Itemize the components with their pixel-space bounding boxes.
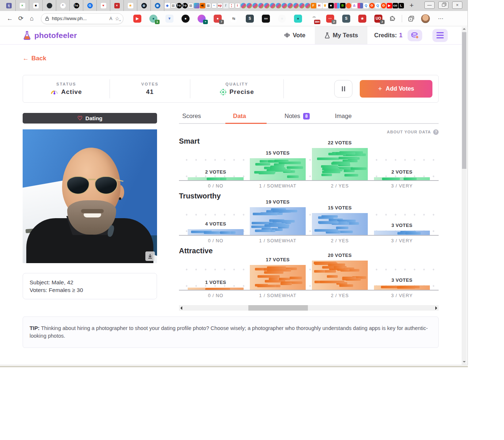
favorite-star-icon[interactable]: ☆+ (115, 16, 119, 22)
browser-tab-black-lo[interactable]: ŀo (70, 0, 83, 11)
browser-tab-b-terminal[interactable]: B (340, 0, 345, 11)
browser-tab-github[interactable] (43, 0, 56, 11)
restore-button[interactable] (438, 1, 448, 9)
tab-scores[interactable]: Scores (182, 113, 201, 120)
browser-tab-parrot-12[interactable] (305, 0, 310, 11)
browser-tab-parrot-2[interactable] (246, 0, 252, 11)
extension-red-dots-2-icon[interactable]: ⋯2 (326, 15, 334, 23)
browser-tab-black-box[interactable]: ■ (328, 0, 334, 11)
nav-my-tests[interactable]: My Tests (315, 26, 367, 44)
browser-tab-search-1[interactable]: Q (363, 0, 369, 11)
browser-tab-g-blue[interactable]: G (83, 0, 97, 11)
extension-sync-circle-icon[interactable]: ⇆ (230, 15, 238, 23)
extension-adblock-youtube-icon[interactable]: ▶ (133, 15, 141, 23)
browser-tab-parrot-6[interactable] (270, 0, 275, 11)
browser-tab-green-x[interactable]: × (16, 0, 29, 11)
browser-tab-red-green-bars[interactable]: ¦ (229, 0, 234, 11)
extension-red-wand-icon[interactable]: ★ (358, 15, 366, 23)
profile-avatar[interactable] (421, 14, 430, 23)
browser-tab-reddit-2[interactable]: ʘ (381, 0, 386, 11)
help-icon[interactable]: ? (433, 129, 439, 135)
extension-uo-shield-2-icon[interactable]: UO2 (374, 15, 382, 23)
read-aloud-icon[interactable]: A (109, 16, 112, 21)
extension-red-shield-7-icon[interactable]: ●7 (214, 15, 222, 23)
browser-menu-icon[interactable]: ⋯ (438, 15, 444, 22)
extension-white-globe-icon[interactable]: ○ (278, 15, 286, 23)
tab-data[interactable]: Data (233, 113, 246, 120)
browser-tab-parrot-9[interactable] (287, 0, 293, 11)
horizontal-scrollbar[interactable] (179, 305, 439, 311)
extension-blue-shield-icon[interactable]: ▼ (165, 15, 173, 23)
scroll-up-arrow[interactable] (463, 28, 466, 30)
browser-tab-parrot-8[interactable] (281, 0, 287, 11)
horizontal-scroll-thumb[interactable] (248, 305, 308, 311)
vertical-scrollbar[interactable] (462, 27, 467, 365)
back-button[interactable]: ← (4, 15, 15, 22)
browser-tab-parrot-11[interactable] (299, 0, 305, 11)
browser-tab-parrot-3[interactable] (252, 0, 258, 11)
browser-tab-orange-flame[interactable] (345, 0, 351, 11)
address-bar[interactable]: https://www.ph... A ☆+ (41, 13, 123, 24)
menu-button[interactable] (432, 29, 448, 42)
tab-image[interactable]: Image (335, 113, 352, 120)
extension-gradient-plus-icon[interactable]: + (198, 15, 206, 23)
browser-tab-kk-orange[interactable]: ≪ (199, 0, 205, 11)
close-button[interactable]: × (452, 1, 462, 9)
browser-tab-pink-indigo[interactable] (357, 0, 363, 11)
about-your-data-link[interactable]: ABOUT YOUR DATA (387, 130, 431, 134)
browser-tab-flipboard[interactable]: F (310, 0, 316, 11)
extension-s-slate-icon[interactable]: S (342, 15, 350, 23)
browser-tab-black-lo-2[interactable]: ŀo (176, 0, 182, 11)
add-votes-button[interactable]: + Add Votes (360, 80, 432, 98)
vertical-scroll-thumb[interactable] (462, 32, 466, 169)
browser-tab-doc[interactable]: ▤ (170, 0, 176, 11)
extension-green-tracker-icon[interactable]: ●1 (149, 15, 157, 23)
scroll-left-arrow[interactable] (180, 306, 182, 310)
pause-button[interactable] (334, 80, 352, 98)
browser-tab-parrot-10[interactable] (293, 0, 299, 11)
browser-tab-black-co[interactable]: co (392, 0, 398, 11)
browser-tab-line-chart[interactable]: ~ (211, 0, 217, 11)
extension-spy-pin-icon[interactable]: ● (182, 15, 190, 23)
browser-tab-reddit-1[interactable]: ʘ (369, 0, 375, 11)
back-link[interactable]: ← Back (23, 55, 46, 62)
tab-notes[interactable]: Notes 8 (285, 113, 310, 120)
browser-tab-blue-wing[interactable]: ◆ (164, 0, 170, 11)
home-button[interactable]: ⌂ (26, 15, 37, 22)
browser-tab-search-2[interactable]: Q (375, 0, 381, 11)
browser-tab-heart[interactable]: ♥ (97, 0, 110, 11)
browser-tab-steam-blue[interactable]: ◉ (151, 0, 164, 11)
browser-tab-orange-star[interactable]: ★ (124, 0, 137, 11)
browser-tab-prism[interactable] (194, 0, 199, 11)
photofeeler-logo[interactable]: photofeeler (23, 31, 77, 40)
browser-tab-av-ep[interactable]: ep (217, 0, 223, 11)
add-credits-button[interactable] (408, 30, 422, 41)
extension-teal-tool-icon[interactable]: ● (294, 15, 302, 23)
minimize-button[interactable]: — (424, 1, 435, 9)
browser-tab-parrot-1[interactable] (240, 0, 246, 11)
reload-button[interactable]: ⟳ (15, 15, 26, 22)
browser-tab-doc-2[interactable]: ▤ (188, 0, 194, 11)
collections-icon[interactable] (408, 15, 415, 22)
nav-vote[interactable]: Vote (274, 26, 315, 44)
browser-tab-parrot-4[interactable] (258, 0, 264, 11)
browser-tab-black-lo-3[interactable]: ŀo (182, 0, 188, 11)
browser-tab-doc-3[interactable]: ▤ (205, 0, 211, 11)
browser-tab-teams[interactable]: ij (2, 0, 16, 11)
extension-sih-icon[interactable]: SIH (262, 15, 270, 23)
download-photo-button[interactable] (145, 251, 155, 261)
browser-tab-h-serif[interactable]: H (316, 0, 322, 11)
browser-tab-parrot-5[interactable] (264, 0, 270, 11)
scroll-down-arrow[interactable] (463, 361, 466, 363)
new-tab-button[interactable]: + (406, 0, 417, 11)
browser-tab-black-square[interactable]: ■ (29, 0, 43, 11)
scroll-right-arrow[interactable] (435, 306, 437, 310)
extensions-puzzle-icon[interactable] (389, 15, 396, 22)
extension-s-dark-icon[interactable]: S (246, 15, 254, 23)
browser-tab-red-bar[interactable]: i (234, 0, 240, 11)
browser-tab-pen[interactable]: / (223, 0, 229, 11)
browser-tab-red-x[interactable]: × (110, 0, 124, 11)
browser-tab-pink-blue[interactable] (334, 0, 340, 11)
browser-tab-chatgpt[interactable]: * (56, 0, 70, 11)
browser-tab-crown[interactable]: ♛ (322, 0, 328, 11)
